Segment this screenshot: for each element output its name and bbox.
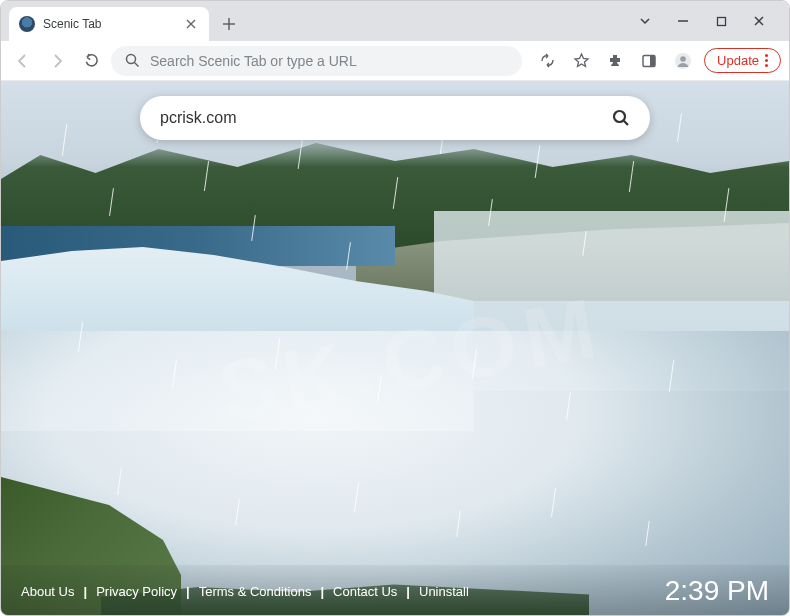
separator: | bbox=[406, 584, 410, 599]
toolbar-actions: Update bbox=[528, 48, 781, 74]
page-footer: About Us | Privacy Policy | Terms & Cond… bbox=[1, 565, 789, 616]
bookmark-icon[interactable] bbox=[568, 48, 594, 74]
window-controls bbox=[633, 1, 781, 41]
search-input[interactable] bbox=[160, 109, 612, 127]
footer-link-contact[interactable]: Contact Us bbox=[333, 584, 397, 599]
close-icon[interactable] bbox=[183, 16, 199, 32]
separator: | bbox=[320, 584, 324, 599]
page-content: SK.COM About Us | Privacy Policy | Terms… bbox=[1, 81, 789, 616]
minimize-button[interactable] bbox=[671, 9, 695, 33]
address-bar[interactable]: Search Scenic Tab or type a URL bbox=[111, 46, 522, 76]
search-bar bbox=[140, 96, 650, 140]
omnibox-placeholder: Search Scenic Tab or type a URL bbox=[150, 53, 357, 69]
svg-point-5 bbox=[680, 56, 686, 62]
footer-link-terms[interactable]: Terms & Conditions bbox=[199, 584, 312, 599]
maximize-button[interactable] bbox=[709, 9, 733, 33]
tab-favicon bbox=[19, 16, 35, 32]
tab-title: Scenic Tab bbox=[43, 17, 175, 31]
svg-point-6 bbox=[614, 111, 625, 122]
svg-rect-3 bbox=[650, 55, 655, 66]
close-window-button[interactable] bbox=[747, 9, 771, 33]
profile-icon[interactable] bbox=[670, 48, 696, 74]
menu-dots-icon bbox=[765, 54, 768, 67]
search-icon bbox=[125, 53, 140, 68]
tab-strip: Scenic Tab bbox=[1, 1, 243, 41]
reload-button[interactable] bbox=[77, 47, 105, 75]
share-icon[interactable] bbox=[534, 48, 560, 74]
browser-toolbar: Search Scenic Tab or type a URL Update bbox=[1, 41, 789, 81]
footer-link-about[interactable]: About Us bbox=[21, 584, 74, 599]
extensions-icon[interactable] bbox=[602, 48, 628, 74]
svg-rect-0 bbox=[717, 17, 725, 25]
footer-links: About Us | Privacy Policy | Terms & Cond… bbox=[21, 584, 469, 599]
window-titlebar: Scenic Tab bbox=[1, 1, 789, 41]
footer-link-privacy[interactable]: Privacy Policy bbox=[96, 584, 177, 599]
chevron-down-icon[interactable] bbox=[633, 9, 657, 33]
back-button[interactable] bbox=[9, 47, 37, 75]
svg-point-1 bbox=[127, 55, 136, 64]
browser-tab[interactable]: Scenic Tab bbox=[9, 7, 209, 41]
update-button[interactable]: Update bbox=[704, 48, 781, 73]
footer-link-uninstall[interactable]: Uninstall bbox=[419, 584, 469, 599]
forward-button[interactable] bbox=[43, 47, 71, 75]
separator: | bbox=[83, 584, 87, 599]
search-icon[interactable] bbox=[612, 109, 630, 127]
separator: | bbox=[186, 584, 190, 599]
clock: 2:39 PM bbox=[665, 575, 769, 607]
new-tab-button[interactable] bbox=[215, 10, 243, 38]
sidepanel-icon[interactable] bbox=[636, 48, 662, 74]
update-label: Update bbox=[717, 53, 759, 68]
